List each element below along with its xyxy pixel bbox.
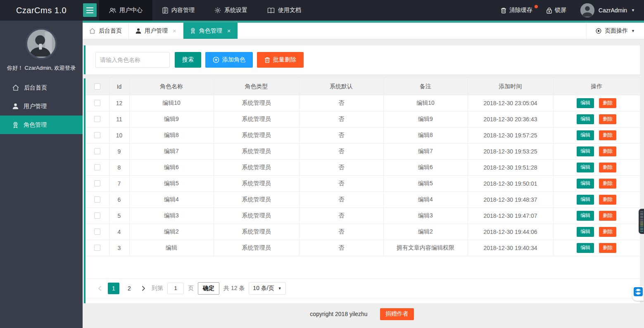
table-row: 11 编辑9 系统管理员 否 编辑9 2018-12-30 20:36:43 编… [86, 111, 640, 127]
cell-role-name: 编辑5 [129, 175, 214, 191]
delete-button[interactable]: 删除 [599, 243, 616, 253]
batch-delete-button[interactable]: 批量删除 [257, 52, 304, 68]
delete-button[interactable]: 删除 [599, 195, 616, 205]
donate-button[interactable]: 捐赠作者 [380, 308, 414, 320]
row-checkbox[interactable] [94, 180, 100, 186]
search-button[interactable]: 搜索 [175, 52, 201, 68]
page-actions-dropdown[interactable]: 页面操作 ▼ [586, 23, 644, 39]
hamburger-menu-button[interactable] [83, 3, 97, 17]
edit-button[interactable]: 编辑 [577, 243, 594, 253]
users-icon [109, 7, 116, 14]
cell-note: 编辑10 [383, 95, 468, 111]
content-area: 搜索 添加角色 批量删除 [83, 39, 644, 328]
close-icon[interactable]: × [227, 27, 231, 34]
cell-note: 编辑5 [383, 175, 468, 191]
cell-sys-default: 否 [299, 143, 383, 159]
sidebar-item-roles[interactable]: 角色管理 [0, 116, 83, 134]
topnav-item-user-center[interactable]: 用户中心 [99, 0, 152, 21]
sidebar-menu: 后台首页 用户管理 角色管理 [0, 78, 83, 134]
cell-sys-default: 否 [299, 127, 383, 143]
topnav-label: 用户中心 [119, 7, 143, 14]
sidebar-item-dashboard[interactable]: 后台首页 [0, 78, 83, 97]
tab-user-management[interactable]: 用户管理 × [129, 23, 183, 39]
cell-role-type: 系统管理员 [214, 240, 299, 256]
cell-role-name: 编辑10 [129, 95, 214, 111]
row-checkbox[interactable] [94, 116, 100, 122]
pagination: 1 2 到第 页 确定 共 12 条 10 条/页 ▼ [86, 278, 640, 298]
row-checkbox[interactable] [94, 164, 100, 170]
edit-button[interactable]: 编辑 [577, 227, 594, 237]
row-checkbox[interactable] [94, 229, 100, 235]
sidebar-item-users[interactable]: 用户管理 [0, 97, 83, 116]
page-number-2[interactable]: 2 [124, 283, 135, 294]
select-all-checkbox[interactable] [94, 83, 100, 90]
role-search-input[interactable] [95, 52, 170, 68]
edit-button[interactable]: 编辑 [577, 179, 594, 189]
lock-screen-button[interactable]: 锁屏 [547, 7, 566, 14]
topnav-item-settings[interactable]: 系统设置 [204, 0, 257, 21]
table-header-row: Id 角色名称 角色类型 系统默认 备注 添加时间 操作 [86, 78, 640, 95]
cell-role-name: 编辑 [129, 240, 214, 256]
page-size-select[interactable]: 10 条/页 ▼ [249, 282, 285, 295]
delete-button[interactable]: 删除 [599, 98, 616, 108]
cell-note: 编辑6 [383, 159, 468, 175]
batch-delete-label: 批量删除 [273, 56, 296, 64]
cell-sys-default: 否 [299, 240, 383, 256]
row-checkbox[interactable] [94, 132, 100, 138]
cell-note: 编辑7 [383, 143, 468, 159]
clear-cache-button[interactable]: 清除缓存 [501, 7, 532, 14]
cell-id: 6 [109, 191, 129, 208]
edit-button[interactable]: 编辑 [577, 130, 594, 140]
tab-dashboard[interactable]: 后台首页 [83, 23, 129, 39]
delete-button[interactable]: 删除 [599, 146, 616, 156]
chevron-down-icon: ▼ [631, 29, 635, 33]
edit-button[interactable]: 编辑 [577, 146, 594, 156]
username: CazrAdmin [599, 7, 627, 14]
delete-button[interactable]: 删除 [599, 179, 616, 189]
add-role-button[interactable]: 添加角色 [205, 52, 253, 68]
topnav-item-content[interactable]: 内容管理 [152, 0, 204, 21]
edit-button[interactable]: 编辑 [577, 163, 594, 172]
page-number-1[interactable]: 1 [108, 283, 119, 294]
edit-button[interactable]: 编辑 [577, 211, 594, 221]
delete-button[interactable]: 删除 [599, 227, 616, 237]
user-menu[interactable]: CazrAdmin ▼ [580, 3, 635, 17]
book-icon [267, 7, 275, 14]
row-checkbox[interactable] [94, 245, 100, 251]
delete-button[interactable]: 删除 [599, 130, 616, 140]
cell-role-name: 编辑2 [129, 224, 214, 240]
edit-button[interactable]: 编辑 [577, 98, 594, 108]
delete-button[interactable]: 删除 [599, 163, 616, 172]
close-icon[interactable]: × [173, 27, 176, 34]
cell-add-time: 2018-12-30 19:40:34 [468, 240, 553, 256]
row-checkbox[interactable] [94, 100, 100, 106]
delete-button[interactable]: 删除 [599, 211, 616, 221]
row-checkbox[interactable] [94, 196, 100, 203]
next-page-button[interactable] [139, 283, 147, 294]
extension-handle[interactable] [639, 209, 644, 234]
top-header: CzarCms 1.0 用户中心 内容管理 系统设置 使用文档 [0, 0, 644, 21]
cell-id: 11 [109, 111, 129, 127]
table-row: 6 编辑4 系统管理员 否 编辑4 2018-12-30 19:48:37 编辑… [86, 191, 640, 208]
row-checkbox[interactable] [94, 148, 100, 154]
row-checkbox[interactable] [94, 212, 100, 219]
cell-sys-default: 否 [299, 159, 383, 175]
topnav-item-docs[interactable]: 使用文档 [257, 0, 311, 21]
table-row: 10 编辑8 系统管理员 否 编辑8 2018-12-30 19:57:25 编… [86, 127, 640, 143]
table-row: 9 编辑7 系统管理员 否 编辑7 2018-12-30 19:53:25 编辑… [86, 143, 640, 159]
cell-sys-default: 否 [299, 224, 383, 240]
edit-button[interactable]: 编辑 [577, 114, 594, 124]
edit-button[interactable]: 编辑 [577, 195, 594, 205]
remote-control-widget[interactable] [632, 286, 644, 301]
cell-role-name: 编辑7 [129, 143, 214, 159]
column-header-time: 添加时间 [468, 78, 553, 95]
delete-button[interactable]: 删除 [599, 114, 616, 124]
radio-icon [596, 28, 601, 34]
goto-confirm-button[interactable]: 确定 [198, 282, 219, 295]
tab-role-management[interactable]: 角色管理 × [183, 23, 238, 39]
prev-page-button[interactable] [95, 283, 104, 294]
goto-page-input[interactable] [167, 283, 184, 294]
card-bottom-padding [86, 298, 640, 303]
cell-add-time: 2018-12-30 19:47:07 [468, 208, 553, 224]
cell-id: 5 [109, 208, 129, 224]
